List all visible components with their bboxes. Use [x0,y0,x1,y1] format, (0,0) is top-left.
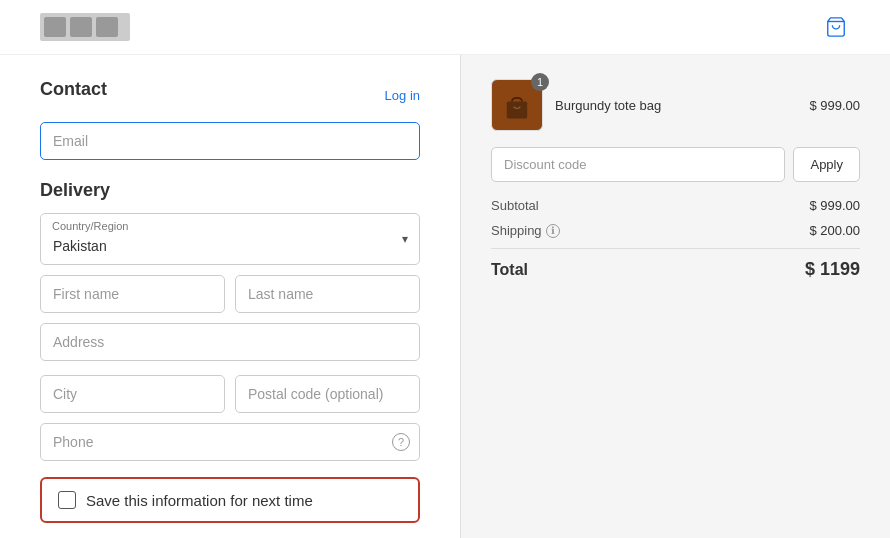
subtotal-value: $ 999.00 [809,198,860,213]
contact-header: Contact Log in [40,79,420,112]
right-panel: 1 Burgundy tote bag $ 999.00 Apply Subto… [460,55,890,538]
subtotal-row: Subtotal $ 999.00 [491,198,860,213]
logo-block-2 [70,17,92,37]
product-name: Burgundy tote bag [555,98,661,113]
city-postal-row [40,375,420,413]
address-field[interactable] [40,323,420,361]
shipping-info-icon[interactable]: ℹ [546,224,560,238]
logo-block-3 [96,17,118,37]
quantity-badge: 1 [531,73,549,91]
subtotal-label: Subtotal [491,198,539,213]
last-name-field[interactable] [235,275,420,313]
left-panel: Contact Log in Delivery Country/Region P… [0,55,460,538]
save-info-label: Save this information for next time [86,492,313,509]
log-in-link[interactable]: Log in [385,88,420,103]
email-field[interactable] [40,122,420,160]
apply-button[interactable]: Apply [793,147,860,182]
delivery-title: Delivery [40,180,420,201]
cart-button[interactable] [822,13,850,41]
product-row: 1 Burgundy tote bag $ 999.00 [491,79,860,131]
total-row: Total $ 1199 [491,259,860,280]
header [0,0,890,55]
shipping-row: Shipping ℹ $ 200.00 [491,223,860,238]
total-label: Total [491,261,528,279]
contact-title: Contact [40,79,107,100]
main-layout: Contact Log in Delivery Country/Region P… [0,55,890,538]
first-name-field[interactable] [40,275,225,313]
product-left: 1 Burgundy tote bag [491,79,661,131]
cart-icon [825,16,847,38]
product-image-wrapper: 1 [491,79,543,131]
shipping-value: $ 200.00 [809,223,860,238]
phone-info-icon[interactable]: ? [392,433,410,451]
total-divider [491,248,860,249]
shipping-label-wrapper: Shipping ℹ [491,223,560,238]
phone-wrapper: ? [40,423,420,461]
bag-svg [500,88,534,122]
shipping-label: Shipping [491,223,542,238]
city-field[interactable] [40,375,225,413]
total-value: $ 1199 [805,259,860,280]
logo [40,13,130,41]
name-row [40,275,420,313]
country-select[interactable]: Pakistan [40,213,420,265]
product-price: $ 999.00 [809,98,860,113]
postal-field[interactable] [235,375,420,413]
logo-block-1 [44,17,66,37]
phone-field[interactable] [40,423,420,461]
discount-row: Apply [491,147,860,182]
svg-rect-1 [507,102,527,119]
save-info-wrapper[interactable]: Save this information for next time [40,477,420,523]
country-select-wrapper: Country/Region Pakistan ▾ [40,213,420,265]
discount-input[interactable] [491,147,785,182]
save-info-checkbox[interactable] [58,491,76,509]
